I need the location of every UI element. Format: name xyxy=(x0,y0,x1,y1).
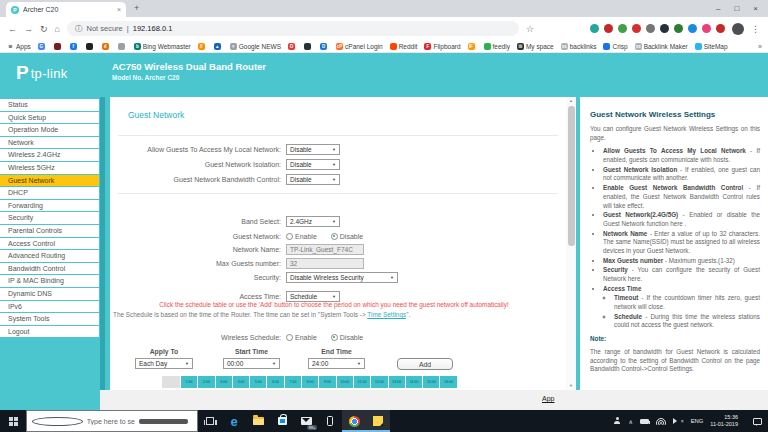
sidebar-item[interactable]: Bandwidth Control xyxy=(0,263,99,275)
start-button[interactable] xyxy=(0,410,26,432)
sidebar-item[interactable]: IP & MAC Binding xyxy=(0,275,99,287)
profile-avatar[interactable] xyxy=(732,23,744,35)
time-settings-link[interactable]: Time Settings xyxy=(367,311,406,318)
extension-icon[interactable] xyxy=(702,24,711,33)
schedule-hour-cell[interactable]: 3:00 xyxy=(216,376,232,388)
bookmark-item[interactable]: O xyxy=(288,43,297,50)
task-view-button[interactable] xyxy=(198,410,222,432)
extension-icon[interactable] xyxy=(660,24,669,33)
extension-icon[interactable] xyxy=(716,24,725,33)
tray-expand-icon[interactable]: ∧ xyxy=(628,418,632,425)
bookmark-item[interactable] xyxy=(118,43,127,50)
max-guests-input[interactable]: 32 xyxy=(286,258,364,269)
extension-icon[interactable] xyxy=(674,24,683,33)
bookmark-item[interactable]: IF xyxy=(468,43,477,50)
sidebar-item[interactable]: Guest Network xyxy=(0,175,99,187)
sidebar-item[interactable]: Wireless 5GHz xyxy=(0,162,99,174)
disable-radio[interactable] xyxy=(331,233,338,240)
apply-to-dropdown[interactable]: Each Day ▼ xyxy=(135,358,193,369)
bookmark-item[interactable]: b Bing Webmaster xyxy=(134,43,191,50)
sidebar-item[interactable]: IPv6 xyxy=(0,301,99,313)
url-bar[interactable]: ⓘ Not secure | 192.168.0.1 xyxy=(67,21,519,36)
sidebar-item[interactable]: Dynamic DNS xyxy=(0,288,99,300)
sidebar-item[interactable]: Forwarding xyxy=(0,200,99,212)
schedule-hour-cell[interactable]: 8:00 xyxy=(302,376,318,388)
bookmark-item[interactable]: ≡ Google NEWS xyxy=(230,43,281,50)
language-indicator[interactable]: ENG xyxy=(691,418,704,424)
sidebar-item[interactable]: Access Control xyxy=(0,238,99,250)
battery-icon[interactable] xyxy=(640,419,649,424)
wifi-icon[interactable] xyxy=(656,418,666,425)
window-maximize-button[interactable]: □ xyxy=(734,4,739,13)
sidebar-item[interactable]: System Tools xyxy=(0,313,99,325)
bookmark-item[interactable]: ss backlinks xyxy=(561,43,597,50)
access-time-dropdown[interactable]: Schedule ▼ xyxy=(286,291,340,302)
sticky-notes-button[interactable] xyxy=(366,410,390,432)
action-center-icon[interactable] xyxy=(753,418,762,425)
taskbar-clock[interactable]: 15:36 11-01-2019 xyxy=(710,414,738,428)
bookmark-item[interactable]: f xyxy=(70,43,79,50)
bookmark-item[interactable]: Crisp xyxy=(603,43,627,50)
store-button[interactable] xyxy=(270,410,294,432)
sidebar-item[interactable]: Parental Controls xyxy=(0,225,99,237)
forward-icon[interactable]: → xyxy=(24,24,33,34)
add-button[interactable]: Add xyxy=(397,358,453,370)
bookmark-item[interactable] xyxy=(54,43,63,50)
bookmark-item[interactable] xyxy=(86,43,95,50)
bookmark-item[interactable] xyxy=(304,43,313,50)
sidebar-item[interactable]: Operation Mode xyxy=(0,124,99,136)
bookmarks-overflow-icon[interactable]: » xyxy=(758,43,762,50)
taskbar-search[interactable]: Type here to search xyxy=(26,410,198,432)
bookmark-item[interactable]: ▲ xyxy=(214,43,223,50)
sidebar-item[interactable]: Wireless 2.4GHz xyxy=(0,149,99,161)
bookmark-item[interactable]: G xyxy=(38,43,47,50)
schedule-hour-cell[interactable]: 14:00 xyxy=(406,376,422,388)
window-close-button[interactable]: × xyxy=(753,4,758,13)
schedule-hour-cell[interactable]: 10:00 xyxy=(337,376,353,388)
dropdown[interactable]: Disable ▼ xyxy=(286,174,340,185)
extension-icon[interactable] xyxy=(618,24,627,33)
schedule-hour-cell[interactable]: 1:00 xyxy=(181,376,197,388)
security-dropdown[interactable]: Disable Wireless Security ▼ xyxy=(286,272,398,283)
browser-tab[interactable]: P Archer C20 × xyxy=(6,2,126,17)
enable-radio[interactable] xyxy=(286,233,293,240)
sidebar-item[interactable]: Advanced Routing xyxy=(0,250,99,262)
bookmark-item[interactable]: ss Backlink Maker xyxy=(635,43,688,50)
tab-close-icon[interactable]: × xyxy=(117,6,121,13)
schedule-hour-cell[interactable]: 13:00 xyxy=(389,376,405,388)
browser-menu-icon[interactable]: ⋮ xyxy=(751,24,760,34)
schedule-hour-cell[interactable]: 11:00 xyxy=(354,376,370,388)
file-explorer-button[interactable] xyxy=(246,410,270,432)
sidebar-item[interactable]: Logout xyxy=(0,326,99,338)
disable-radio[interactable] xyxy=(331,334,338,341)
end-time-dropdown[interactable]: 24:00 ▼ xyxy=(308,358,365,369)
bookmark-item[interactable]: feedly xyxy=(484,43,510,50)
dropdown[interactable]: Disable ▼ xyxy=(286,144,340,155)
scrollbar-thumb[interactable] xyxy=(568,106,575,246)
schedule-hour-cell[interactable]: 12:00 xyxy=(371,376,387,388)
bookmark-item[interactable]: SiteMap xyxy=(695,43,728,50)
extension-icon[interactable] xyxy=(646,24,655,33)
new-tab-button[interactable]: + xyxy=(134,3,139,13)
bookmark-item[interactable]: F Flipboard xyxy=(424,43,460,50)
content-scrollbar[interactable]: ▲ ▼ xyxy=(566,97,576,390)
bookmark-item[interactable]: iii My space xyxy=(517,43,554,50)
people-icon[interactable] xyxy=(613,417,621,425)
schedule-hour-cell[interactable]: 2:00 xyxy=(198,376,214,388)
sidebar-item[interactable]: Network xyxy=(0,137,99,149)
mail-button[interactable]: 99+ xyxy=(294,410,318,432)
window-minimize-button[interactable]: – xyxy=(716,4,720,13)
extension-icon[interactable] xyxy=(688,24,697,33)
extension-icon[interactable] xyxy=(632,24,641,33)
enable-radio[interactable] xyxy=(286,334,293,341)
reload-icon[interactable]: ↻ xyxy=(40,24,48,34)
bookmark-item[interactable]: Reddit xyxy=(390,43,418,50)
schedule-hour-cell[interactable]: 7:00 xyxy=(285,376,301,388)
sidebar-item[interactable]: Quick Setup xyxy=(0,112,99,124)
bookmark-item[interactable]: ıl xyxy=(102,43,111,50)
volume-muted-icon[interactable]: × xyxy=(673,418,684,424)
sidebar-item[interactable]: DHCP xyxy=(0,187,99,199)
schedule-hour-cell[interactable]: 6:00 xyxy=(267,376,283,388)
schedule-hour-cell[interactable]: 5:00 xyxy=(250,376,266,388)
bookmark-item[interactable]: ⊞ Apps xyxy=(7,43,31,50)
